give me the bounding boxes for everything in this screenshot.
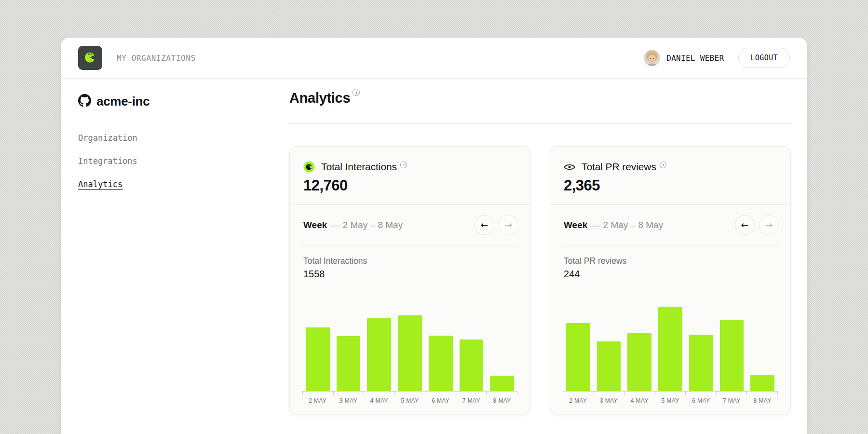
card-title: Total Interactions: [321, 161, 397, 173]
divider: [289, 123, 791, 124]
info-icon[interactable]: i: [660, 162, 666, 168]
bar-5-may[interactable]: [658, 307, 682, 391]
sidebar-item-integrations[interactable]: Integrations: [78, 156, 289, 166]
axis-label: 2 MAY: [563, 397, 594, 404]
axis-tick: [394, 392, 425, 395]
bar-2-may[interactable]: [306, 327, 330, 391]
org-name: acme-inc: [96, 94, 149, 109]
bar-cell: [394, 315, 425, 391]
bar-cell: [747, 375, 778, 391]
card-title: Total PR reviews: [582, 161, 656, 173]
bar-5-may[interactable]: [398, 315, 422, 391]
axis-tick: [456, 392, 487, 395]
top-header: MY ORGANIZATIONS: [61, 38, 807, 79]
axis-tick: [746, 392, 778, 395]
bar-cell: [563, 323, 594, 391]
github-icon: [78, 94, 91, 109]
stat-value: 244: [564, 269, 777, 280]
axis-tick: [563, 392, 594, 395]
next-week-button[interactable]: →: [759, 215, 779, 235]
bar-7-may[interactable]: [460, 339, 484, 391]
pr-reviews-bar-chart: 2 MAY3 MAY4 MAY5 MAY6 MAY7 MAY8 MAY: [550, 306, 790, 414]
axis-label: 4 MAY: [364, 397, 394, 404]
bar-4-may[interactable]: [627, 333, 651, 391]
bar-cell: [624, 333, 655, 391]
bar-cell: [487, 376, 517, 391]
bar-cell: [594, 341, 624, 391]
bar-6-may[interactable]: [429, 336, 453, 391]
bar-3-may[interactable]: [337, 336, 361, 391]
axis-label: 6 MAY: [425, 397, 456, 404]
user-name: DANIEL WEBER: [666, 54, 724, 63]
period-selector-label: Week— 2 May – 8 May: [564, 220, 663, 231]
bar-6-may[interactable]: [689, 335, 713, 391]
axis-label: 7 MAY: [456, 397, 487, 404]
bar-3-may[interactable]: [597, 341, 621, 391]
page-title: Analytics: [289, 90, 350, 106]
axis-label: 2 MAY: [302, 397, 333, 404]
info-icon[interactable]: i: [353, 89, 360, 96]
axis-label: 8 MAY: [747, 397, 778, 404]
bar-cell: [302, 327, 333, 391]
axis-label: 6 MAY: [686, 397, 717, 404]
repo-header: acme-inc: [78, 94, 289, 109]
bar-cell: [686, 335, 717, 391]
app-logo[interactable]: [78, 46, 102, 70]
axis-tick: [685, 392, 716, 395]
axis-tick: [486, 392, 517, 395]
card-total-value: 2,365: [564, 177, 777, 194]
pacman-icon: [303, 161, 315, 173]
interactions-bar-chart: 2 MAY3 MAY4 MAY5 MAY6 MAY7 MAY8 MAY: [290, 306, 530, 414]
my-organizations-label: MY ORGANIZATIONS: [117, 54, 196, 63]
axis-label: 7 MAY: [717, 397, 747, 404]
bar-2-may[interactable]: [566, 323, 590, 391]
info-icon[interactable]: i: [400, 162, 407, 168]
total-interactions-card: Total Interactions i 12,760 Week— 2 May …: [289, 146, 530, 414]
axis-label: 8 MAY: [487, 397, 517, 404]
axis-tick: [302, 392, 333, 395]
main-content: Analytics i: [289, 79, 807, 434]
next-week-button[interactable]: →: [499, 215, 518, 235]
total-pr-reviews-card: Total PR reviews i 2,365 Week— 2 May – 8…: [550, 146, 791, 414]
axis-label: 4 MAY: [624, 397, 655, 404]
bar-cell: [456, 339, 487, 391]
logout-button[interactable]: LOGOUT: [738, 48, 790, 68]
axis-tick: [624, 392, 655, 395]
stat-value: 1558: [303, 269, 516, 280]
axis-tick: [594, 392, 624, 395]
axis-label: 3 MAY: [594, 397, 624, 404]
period-selector-label: Week— 2 May – 8 May: [303, 220, 403, 231]
prev-week-button[interactable]: ←: [475, 215, 494, 235]
axis-label: 3 MAY: [333, 397, 364, 404]
bar-cell: [333, 336, 364, 391]
prev-week-button[interactable]: ←: [735, 215, 755, 235]
axis-label: 5 MAY: [655, 397, 686, 404]
bar-4-may[interactable]: [367, 318, 391, 391]
bar-8-may[interactable]: [750, 375, 774, 391]
axis-tick: [716, 392, 747, 395]
user-info: DANIEL WEBER: [644, 50, 724, 66]
app-panel: MY ORGANIZATIONS: [61, 38, 807, 434]
bar-7-may[interactable]: [720, 320, 744, 391]
axis-tick: [364, 392, 394, 395]
axis-tick: [333, 392, 364, 395]
axis-tick: [425, 392, 456, 395]
card-total-value: 12,760: [303, 177, 516, 194]
user-avatar: [644, 50, 660, 66]
bar-cell: [425, 336, 456, 391]
axis-label: 5 MAY: [394, 397, 425, 404]
sidebar-item-organization[interactable]: Organization: [78, 133, 289, 143]
bar-8-may[interactable]: [490, 376, 514, 391]
stat-label: Total Interactions: [303, 256, 516, 266]
bar-cell: [717, 320, 747, 391]
pacman-logo-icon: [83, 50, 97, 66]
bar-cell: [364, 318, 394, 391]
sidebar-nav: Organization Integrations Analytics: [78, 133, 289, 189]
bar-cell: [655, 307, 686, 391]
stat-label: Total PR reviews: [564, 256, 777, 266]
axis-tick: [655, 392, 686, 395]
sidebar: acme-inc Organization Integrations Analy…: [61, 79, 289, 434]
sidebar-item-analytics[interactable]: Analytics: [78, 179, 289, 189]
eye-icon: [564, 161, 575, 173]
